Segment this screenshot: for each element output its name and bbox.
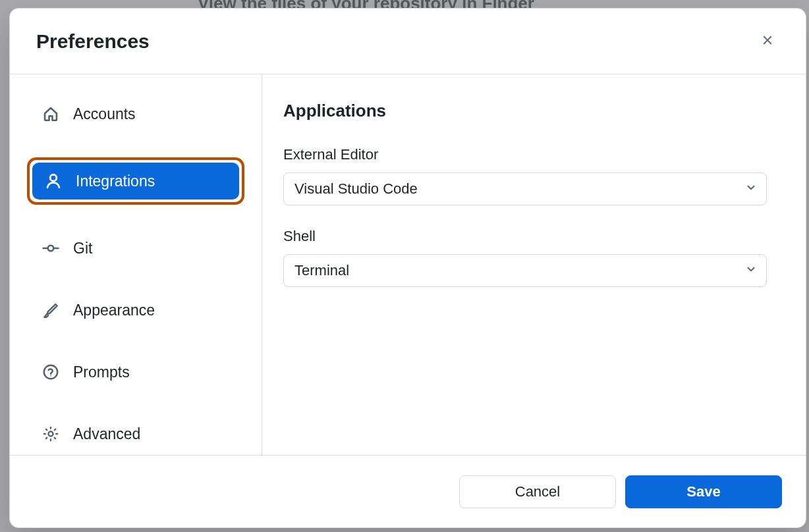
field-external-editor: External Editor Visual Studio Code bbox=[283, 146, 785, 205]
sidebar-item-label: Accounts bbox=[73, 105, 136, 123]
preferences-content: Applications External Editor Visual Stud… bbox=[262, 74, 806, 455]
sidebar-item-label: Advanced bbox=[73, 425, 140, 443]
external-editor-select[interactable]: Visual Studio Code bbox=[283, 173, 767, 205]
brush-icon bbox=[42, 301, 60, 319]
sidebar-item-git[interactable]: Git bbox=[30, 230, 242, 267]
home-icon bbox=[42, 105, 60, 123]
question-icon bbox=[42, 363, 60, 381]
close-button[interactable] bbox=[756, 30, 779, 53]
sidebar-item-label: Integrations bbox=[76, 173, 155, 190]
gear-icon bbox=[42, 425, 60, 443]
preferences-modal: Preferences Accounts bbox=[9, 8, 806, 528]
sidebar-item-label: Git bbox=[73, 240, 92, 257]
save-button[interactable]: Save bbox=[625, 475, 782, 508]
shell-label: Shell bbox=[283, 228, 785, 245]
svg-point-2 bbox=[44, 365, 57, 379]
shell-value: Terminal bbox=[294, 262, 349, 279]
sidebar-item-accounts[interactable]: Accounts bbox=[30, 95, 242, 132]
sidebar-item-label: Appearance bbox=[73, 302, 155, 319]
sidebar-item-appearance[interactable]: Appearance bbox=[30, 292, 242, 329]
commit-icon bbox=[42, 239, 60, 257]
external-editor-label: External Editor bbox=[283, 146, 785, 163]
svg-point-3 bbox=[50, 375, 51, 377]
sidebar-highlight-integrations: Integrations bbox=[27, 157, 244, 205]
person-icon bbox=[44, 172, 63, 190]
svg-point-0 bbox=[50, 174, 57, 181]
modal-header: Preferences bbox=[10, 9, 806, 74]
cancel-button[interactable]: Cancel bbox=[459, 475, 616, 508]
close-icon bbox=[760, 33, 775, 49]
external-editor-value: Visual Studio Code bbox=[294, 180, 418, 198]
modal-footer: Cancel Save bbox=[10, 455, 806, 527]
section-title-applications: Applications bbox=[283, 101, 785, 121]
chevron-down-icon bbox=[745, 262, 757, 279]
sidebar-item-label: Prompts bbox=[73, 363, 130, 381]
sidebar-item-integrations[interactable]: Integrations bbox=[32, 163, 239, 200]
svg-point-4 bbox=[48, 431, 53, 436]
sidebar-item-advanced[interactable]: Advanced bbox=[30, 415, 242, 452]
sidebar-item-prompts[interactable]: Prompts bbox=[30, 354, 242, 390]
chevron-down-icon bbox=[745, 180, 757, 198]
modal-title: Preferences bbox=[36, 30, 150, 53]
modal-body: Accounts Integrations Git bbox=[10, 74, 806, 455]
preferences-sidebar: Accounts Integrations Git bbox=[10, 74, 262, 455]
shell-select[interactable]: Terminal bbox=[283, 254, 767, 287]
field-shell: Shell Terminal bbox=[283, 228, 785, 287]
